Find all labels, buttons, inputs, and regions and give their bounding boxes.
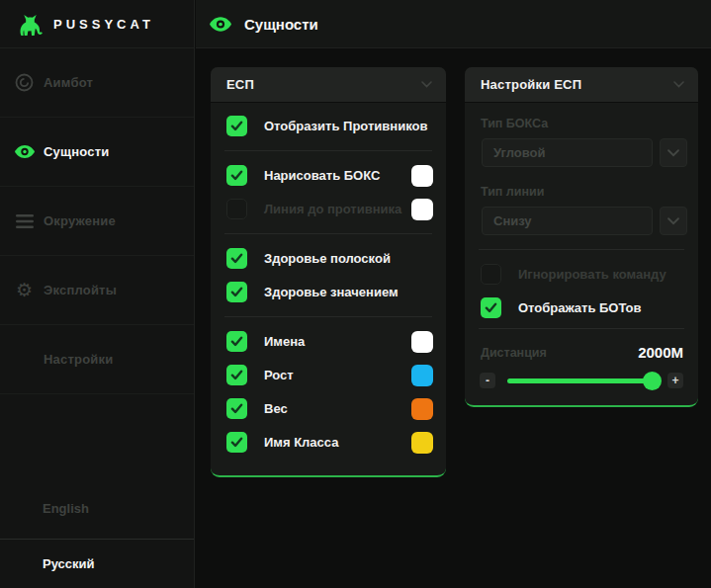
chevron-down-icon: [673, 81, 684, 88]
distance-label: Дистанция: [481, 346, 547, 360]
checkbox-row: Имя Класса: [226, 432, 433, 453]
checkbox-label: Отображать БОТов: [518, 300, 685, 315]
checkbox-label: Отобразить Противников: [264, 119, 433, 133]
esp-panel-body: Отобразить ПротивниковНарисовать БОКСЛин…: [211, 116, 446, 453]
checkbox-row: Игнорировать команду: [481, 264, 685, 285]
cat-icon: [16, 12, 44, 37]
sidebar-item-aimbot[interactable]: Аимбот: [0, 48, 194, 118]
checkbox[interactable]: [226, 282, 247, 302]
line-type-label: Тип линии: [481, 185, 698, 199]
box-type-value: Угловой: [493, 145, 545, 160]
checkbox[interactable]: [226, 365, 247, 385]
chevron-down-icon[interactable]: [660, 138, 687, 167]
checkbox-label: Нарисовать БОКС: [264, 168, 411, 183]
checkbox[interactable]: [226, 248, 247, 269]
checkbox-row: Линия до противника: [226, 199, 433, 219]
checkbox[interactable]: [481, 297, 501, 318]
box-type-label: Тип БОКСа: [481, 117, 698, 130]
checkbox-label: Линия до противника: [264, 202, 411, 216]
divider: [224, 233, 432, 234]
checkbox-label: Имена: [264, 334, 411, 349]
checkbox-label: Здоровье значением: [264, 285, 433, 299]
checkbox-row: Нарисовать БОКС: [226, 165, 433, 186]
color-swatch[interactable]: [411, 165, 433, 187]
distance-slider[interactable]: [507, 378, 656, 383]
sidebar-item-settings[interactable]: Настройки: [0, 325, 194, 394]
checkbox-row: Вес: [226, 398, 433, 419]
line-type-select[interactable]: Снизу: [482, 207, 653, 235]
esp-panel-header[interactable]: ЕСП: [211, 67, 446, 103]
sidebar-item-label: Окружение: [44, 213, 116, 228]
checkbox-row: Отобразить Противников: [226, 116, 433, 136]
eye-icon: [210, 17, 231, 32]
distance-value: 2000М: [638, 344, 683, 361]
divider: [479, 328, 684, 329]
page-title: Сущности: [244, 16, 318, 33]
brand-name: PUSSYCAT: [53, 17, 154, 32]
color-swatch[interactable]: [411, 331, 433, 353]
settings-checks: Игнорировать командуОтображать БОТов: [465, 264, 698, 318]
logo: PUSSYCAT: [0, 0, 194, 48]
target-icon: [14, 73, 35, 92]
distance-plus-button[interactable]: +: [667, 373, 683, 388]
sidebar-nav: АимботСущностиОкружение⚙ЭксплойтыНастрой…: [0, 48, 194, 394]
esp-settings-header[interactable]: Настройки ЕСП: [465, 67, 698, 103]
esp-settings-panel: Настройки ЕСП Тип БОКСа Угловой Тип лини…: [465, 67, 698, 407]
checkbox-label: Имя Класса: [264, 435, 411, 450]
checkbox-row: Рост: [226, 365, 433, 385]
checkbox-label: Вес: [264, 401, 411, 416]
sidebar: PUSSYCAT АимботСущностиОкружение⚙Эксплой…: [0, 0, 195, 588]
checkbox[interactable]: [226, 432, 247, 453]
menu-icon: [14, 214, 35, 228]
sidebar-item-exploits[interactable]: ⚙Эксплойты: [0, 256, 194, 325]
box-type-select[interactable]: Угловой: [482, 138, 653, 167]
checkbox-label: Рост: [264, 368, 411, 382]
language-switcher: EnglishРусский: [0, 478, 194, 588]
esp-panel-title: ЕСП: [226, 77, 254, 92]
checkbox[interactable]: [226, 398, 247, 419]
eye-icon: [14, 145, 35, 158]
checkbox[interactable]: [226, 331, 247, 352]
checkbox-label: Игнорировать команду: [518, 267, 685, 282]
esp-settings-title: Настройки ЕСП: [481, 77, 581, 92]
chevron-down-icon[interactable]: [660, 207, 687, 235]
checkbox-row: Здоровье значением: [226, 282, 433, 302]
checkbox[interactable]: [481, 264, 501, 285]
color-swatch[interactable]: [411, 199, 433, 220]
divider: [479, 249, 684, 250]
sidebar-item-label: Настройки: [44, 352, 113, 367]
checkbox-row: Здоровье полоской: [226, 248, 433, 269]
sidebar-item-label: Сущности: [44, 144, 109, 159]
checkbox-row: Имена: [226, 331, 433, 352]
esp-panel: ЕСП Отобразить ПротивниковНарисовать БОК…: [211, 67, 446, 477]
checkbox[interactable]: [226, 199, 247, 219]
color-swatch[interactable]: [411, 432, 433, 454]
color-swatch[interactable]: [411, 398, 433, 420]
sidebar-item-label: Эксплойты: [44, 283, 117, 297]
divider: [224, 150, 432, 151]
sidebar-item-entities[interactable]: Сущности: [0, 118, 194, 187]
checkbox[interactable]: [226, 116, 247, 136]
checkbox[interactable]: [226, 165, 247, 186]
line-type-value: Снизу: [493, 213, 532, 228]
distance-slider-fill: [507, 378, 652, 383]
page-header: Сущности: [196, 0, 711, 48]
distance-slider-thumb[interactable]: [643, 372, 662, 390]
distance-minus-button[interactable]: -: [480, 373, 495, 388]
chevron-down-icon: [421, 81, 432, 88]
checkbox-row: Отображать БОТов: [481, 297, 685, 318]
gear-icon: ⚙: [14, 281, 35, 299]
language-russian[interactable]: Русский: [0, 540, 194, 588]
sidebar-item-environment[interactable]: Окружение: [0, 187, 194, 256]
language-english[interactable]: English: [0, 478, 194, 540]
sidebar-item-label: Аимбот: [44, 75, 93, 90]
color-swatch[interactable]: [411, 365, 433, 386]
divider: [224, 316, 432, 317]
checkbox-label: Здоровье полоской: [264, 251, 433, 266]
